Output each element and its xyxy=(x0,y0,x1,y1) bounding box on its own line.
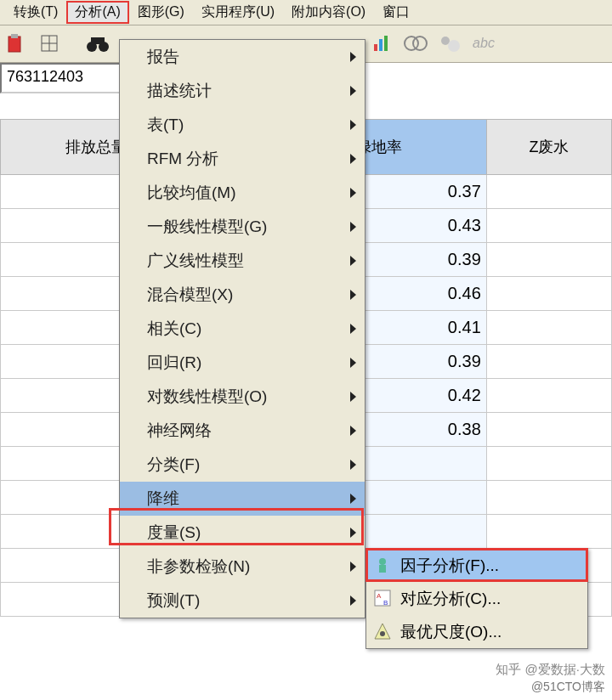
svg-rect-15 xyxy=(374,44,377,51)
menu-item[interactable]: 混合模型(X) xyxy=(120,278,365,312)
svg-text:B: B xyxy=(383,599,388,607)
svg-rect-16 xyxy=(379,39,382,51)
chart-icon[interactable] xyxy=(369,31,394,56)
dimreduce-submenu: 因子分析(F)...AB对应分析(C)...最优尺度(O)... xyxy=(366,548,588,649)
submenu-arrow-icon xyxy=(350,290,356,300)
submenu-arrow-icon xyxy=(350,596,356,606)
svg-point-8 xyxy=(379,558,386,565)
menu-item[interactable]: 神经网络 xyxy=(120,414,365,448)
submenu-arrow-icon xyxy=(350,154,356,164)
submenu-arrow-icon xyxy=(350,52,356,62)
binoculars-icon[interactable] xyxy=(85,31,110,57)
submenu-item[interactable]: AB对应分析(C)... xyxy=(366,582,587,615)
submenu-arrow-icon xyxy=(350,392,356,402)
menu-window[interactable]: 窗口 xyxy=(374,1,418,24)
toolbar-right-icons: abc xyxy=(369,31,496,56)
submenu-arrow-icon xyxy=(350,494,356,504)
formula-bar[interactable]: 763112403 xyxy=(0,63,136,93)
svg-rect-0 xyxy=(8,37,20,52)
menu-item[interactable]: 表(T) xyxy=(120,108,365,142)
submenu-arrow-icon xyxy=(350,324,356,334)
submenu-arrow-icon xyxy=(350,188,356,198)
menu-item[interactable]: 相关(C) xyxy=(120,312,365,346)
svg-point-21 xyxy=(448,40,460,52)
bubble-icon[interactable] xyxy=(437,31,462,56)
menu-utilities[interactable]: 实用程序(U) xyxy=(193,1,283,24)
submenu-arrow-icon xyxy=(350,562,356,572)
submenu-arrow-icon xyxy=(350,460,356,470)
menu-addons[interactable]: 附加内容(O) xyxy=(283,1,374,24)
svg-text:A: A xyxy=(377,592,382,600)
submenu-arrow-icon xyxy=(350,256,356,266)
menu-item[interactable]: 比较均值(M) xyxy=(120,176,365,210)
svg-point-14 xyxy=(380,631,385,636)
submenu-item[interactable]: 因子分析(F)... xyxy=(366,549,587,582)
menu-item[interactable]: 非参数检验(N) xyxy=(120,550,365,584)
menu-transform[interactable]: 转换(T) xyxy=(5,1,66,24)
analyze-dropdown: 报告描述统计表(T)RFM 分析比较均值(M)一般线性模型(G)广义线性模型混合… xyxy=(119,39,366,618)
watermark-51cto: @51CTO博客 xyxy=(531,680,605,695)
menu-item[interactable]: 度量(S) xyxy=(120,516,365,550)
submenu-arrow-icon xyxy=(350,222,356,232)
menu-item[interactable]: 回归(R) xyxy=(120,346,365,380)
submenu-arrow-icon xyxy=(350,358,356,368)
svg-rect-9 xyxy=(379,565,386,573)
menu-item[interactable]: RFM 分析 xyxy=(120,142,365,176)
menu-item[interactable]: 降维 xyxy=(120,482,365,516)
col-header[interactable]: Z废水 xyxy=(486,120,611,175)
overlap-icon[interactable] xyxy=(403,31,428,56)
svg-rect-7 xyxy=(91,37,105,44)
menu-item[interactable]: 报告 xyxy=(120,40,365,74)
menu-item[interactable]: 分类(F) xyxy=(120,448,365,482)
menubar: 转换(T) 分析(A) 图形(G) 实用程序(U) 附加内容(O) 窗口 xyxy=(0,0,612,25)
submenu-arrow-icon xyxy=(350,120,356,130)
menu-item[interactable]: 描述统计 xyxy=(120,74,365,108)
menu-graphs[interactable]: 图形(G) xyxy=(129,1,193,24)
svg-rect-1 xyxy=(11,34,18,38)
submenu-arrow-icon xyxy=(350,86,356,96)
grid-icon[interactable] xyxy=(37,31,63,57)
menu-item[interactable]: 对数线性模型(O) xyxy=(120,380,365,414)
menu-item[interactable]: 广义线性模型 xyxy=(120,244,365,278)
clipboard-icon[interactable] xyxy=(3,31,29,57)
svg-rect-17 xyxy=(384,36,388,51)
abc-icon[interactable]: abc xyxy=(471,31,496,56)
menu-analyze[interactable]: 分析(A) xyxy=(66,1,128,24)
watermark-zhihu: 知乎 @爱数据·大数 xyxy=(496,662,605,678)
submenu-arrow-icon xyxy=(350,528,356,538)
menu-item[interactable]: 预测(T) xyxy=(120,584,365,618)
submenu-item[interactable]: 最优尺度(O)... xyxy=(366,615,587,648)
svg-point-19 xyxy=(413,37,427,50)
submenu-arrow-icon xyxy=(350,426,356,436)
menu-item[interactable]: 一般线性模型(G) xyxy=(120,210,365,244)
